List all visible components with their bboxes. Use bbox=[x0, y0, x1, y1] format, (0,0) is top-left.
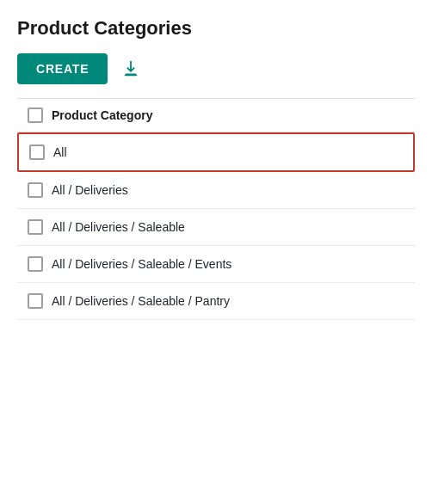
table-row[interactable]: All / Deliveries bbox=[17, 172, 415, 209]
toolbar: CREATE bbox=[17, 53, 415, 84]
row-checkbox[interactable] bbox=[28, 256, 43, 272]
page-title: Product Categories bbox=[17, 17, 415, 40]
column-header-label: Product Category bbox=[52, 108, 152, 122]
table-header: Product Category bbox=[17, 99, 415, 132]
create-button[interactable]: CREATE bbox=[17, 53, 108, 84]
row-checkbox[interactable] bbox=[28, 293, 43, 309]
page-container: Product Categories CREATE Product Catego… bbox=[0, 0, 432, 337]
row-text: All / Deliveries / Saleable / Pantry bbox=[52, 294, 230, 308]
row-text: All / Deliveries bbox=[52, 183, 128, 197]
row-checkbox[interactable] bbox=[28, 182, 43, 198]
download-button[interactable] bbox=[118, 56, 144, 82]
download-icon bbox=[121, 59, 140, 78]
header-checkbox[interactable] bbox=[28, 108, 43, 123]
svg-rect-0 bbox=[126, 74, 137, 76]
row-checkbox[interactable] bbox=[28, 219, 43, 235]
row-text: All / Deliveries / Saleable bbox=[52, 220, 185, 234]
table-row[interactable]: All / Deliveries / Saleable / Pantry bbox=[17, 283, 415, 320]
table-row[interactable]: All / Deliveries / Saleable bbox=[17, 209, 415, 246]
table-container: Product Category All All / Deliveries Al… bbox=[17, 99, 415, 320]
row-text: All / Deliveries / Saleable / Events bbox=[52, 257, 231, 271]
table-row[interactable]: All / Deliveries / Saleable / Events bbox=[17, 246, 415, 283]
table-row[interactable]: All bbox=[17, 132, 415, 172]
row-checkbox[interactable] bbox=[29, 144, 45, 160]
row-text: All bbox=[53, 145, 67, 159]
